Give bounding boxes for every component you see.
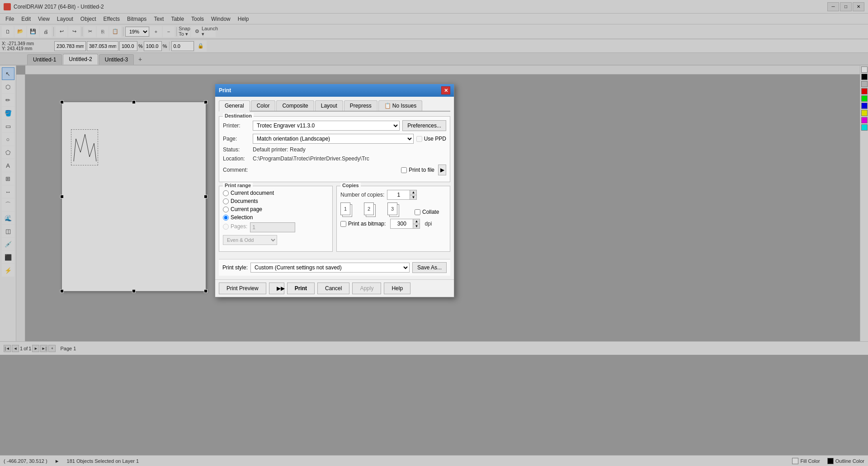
- dialog-title-bar: Print ✕: [215, 84, 454, 97]
- dpi-input-wrap: ▲ ▼: [390, 219, 420, 229]
- pages-radio[interactable]: [223, 224, 229, 230]
- status-value: Default printer: Ready: [253, 146, 306, 153]
- print-bitmap-checkbox[interactable]: [340, 221, 346, 227]
- copies-icon-display: 1 2 3 Collate: [340, 202, 446, 215]
- current-page-radio[interactable]: [223, 207, 229, 212]
- print-style-dropdown[interactable]: Custom (Current settings not saved): [250, 263, 410, 273]
- play-button[interactable]: ▶▶: [269, 282, 284, 294]
- dialog-close-button[interactable]: ✕: [441, 86, 450, 94]
- printer-label: Printer:: [223, 122, 250, 129]
- current-page-label: Current page: [231, 206, 262, 212]
- dpi-label: dpi: [425, 221, 432, 227]
- current-document-label: Current document: [231, 190, 274, 196]
- num-copies-input-wrap: ▲ ▼: [387, 190, 417, 200]
- use-ppd-row: Use PPD: [416, 136, 446, 142]
- destination-section: Destination Printer: Trotec Engraver v11…: [219, 116, 450, 182]
- copy-group-2: 2: [364, 202, 387, 215]
- print-dialog: Print ✕ General Color Composite Layout P…: [215, 84, 454, 297]
- page-label: Page:: [223, 136, 250, 142]
- destination-title: Destination: [223, 113, 254, 118]
- even-odd-dropdown[interactable]: Even & Odd: [223, 235, 277, 245]
- dpi-down-button[interactable]: ▼: [413, 224, 420, 229]
- dpi-up-button[interactable]: ▲: [413, 219, 420, 224]
- copies-up-button[interactable]: ▲: [410, 190, 417, 195]
- collate-checkbox[interactable]: [415, 209, 420, 215]
- print-to-file-expand-button[interactable]: ▶: [438, 165, 446, 175]
- selection-row: Selection: [223, 214, 329, 221]
- copy-page-front3: 3: [387, 202, 397, 215]
- even-odd-row: Even & Odd: [223, 235, 329, 245]
- documents-radio[interactable]: [223, 198, 229, 204]
- pages-radio-row: Pages:: [223, 223, 247, 230]
- num-copies-input[interactable]: [387, 190, 410, 200]
- collate-row: Collate: [415, 209, 439, 215]
- documents-label: Documents: [231, 198, 258, 204]
- location-label: Location:: [223, 155, 250, 162]
- tab-general[interactable]: General: [219, 100, 250, 112]
- tab-noissues[interactable]: 📋 No Issues: [378, 100, 422, 111]
- print-range-section: Print range Current document Documents C…: [219, 186, 333, 252]
- save-as-button[interactable]: Save As...: [412, 262, 447, 273]
- num-copies-label: Number of copies:: [340, 192, 384, 198]
- current-page-row: Current page: [223, 206, 329, 212]
- print-preview-button[interactable]: Print Preview: [219, 282, 266, 294]
- copy-group-3: 3: [387, 202, 410, 215]
- dpi-input[interactable]: [390, 219, 413, 229]
- range-copies-area: Print range Current document Documents C…: [219, 186, 450, 255]
- num-copies-row: Number of copies: ▲ ▼: [340, 190, 446, 200]
- print-to-file-label: Print to file: [409, 167, 434, 173]
- print-bitmap-chk: Print as bitmap:: [340, 221, 386, 227]
- print-style-label: Print style:: [222, 264, 248, 271]
- comment-row: Comment: Print to file ▶: [223, 165, 446, 175]
- tab-prepress[interactable]: Prepress: [344, 100, 377, 111]
- page-dropdown[interactable]: Match orientation (Landscape): [253, 134, 414, 144]
- pages-input[interactable]: [250, 222, 295, 232]
- dialog-body: General Color Composite Layout Prepress …: [215, 97, 454, 279]
- tab-composite[interactable]: Composite: [276, 100, 314, 111]
- apply-button[interactable]: Apply: [352, 282, 381, 294]
- noissues-icon: 📋: [384, 103, 391, 109]
- location-value: C:\ProgramData\Trotec\PrinterDriver.Spee…: [253, 155, 369, 162]
- status-label: Status:: [223, 146, 250, 153]
- collate-label: Collate: [422, 209, 439, 215]
- print-bitmap-label: Print as bitmap:: [348, 221, 386, 227]
- comment-label: Comment:: [223, 167, 250, 173]
- print-range-title: Print range: [223, 183, 253, 188]
- tab-color[interactable]: Color: [251, 100, 276, 111]
- dpi-spinner: ▲ ▼: [413, 219, 420, 229]
- current-document-row: Current document: [223, 190, 329, 196]
- selection-radio[interactable]: [223, 215, 229, 221]
- copy-page-front2: 2: [364, 202, 374, 215]
- copies-down-button[interactable]: ▼: [410, 195, 417, 200]
- use-ppd-checkbox[interactable]: [416, 136, 422, 142]
- current-document-radio[interactable]: [223, 190, 229, 196]
- num-copies-spinner: ▲ ▼: [410, 190, 417, 200]
- tab-layout[interactable]: Layout: [315, 100, 343, 111]
- dialog-footer: Print Preview ▶▶ Print Cancel Apply Help: [215, 279, 454, 297]
- copies-section: Copies Number of copies: ▲ ▼: [336, 186, 450, 252]
- print-button[interactable]: Print: [287, 282, 315, 294]
- pages-row: Pages:: [223, 222, 329, 232]
- printer-dropdown[interactable]: Trotec Engraver v11.3.0: [253, 121, 400, 131]
- cancel-button[interactable]: Cancel: [317, 282, 349, 294]
- selection-label: Selection: [231, 214, 253, 221]
- print-style-row: Print style: Custom (Current settings no…: [219, 259, 450, 276]
- copy-page-front: 1: [340, 202, 350, 215]
- copy-group-1: 1: [340, 202, 363, 215]
- print-bitmap-row: Print as bitmap: ▲ ▼ dpi: [340, 219, 446, 229]
- preferences-button[interactable]: Preferences...: [402, 120, 446, 131]
- page-row: Page: Match orientation (Landscape) Use …: [223, 134, 446, 144]
- dialog-tabs: General Color Composite Layout Prepress …: [219, 100, 450, 112]
- copies-title: Copies: [340, 183, 361, 188]
- status-row: Status: Default printer: Ready: [223, 146, 446, 153]
- print-to-file-row: Print to file: [401, 167, 434, 173]
- documents-row: Documents: [223, 198, 329, 204]
- print-to-file-checkbox[interactable]: [401, 167, 407, 173]
- dialog-title: Print: [219, 87, 231, 94]
- location-row: Location: C:\ProgramData\Trotec\PrinterD…: [223, 155, 446, 162]
- printer-row: Printer: Trotec Engraver v11.3.0 Prefere…: [223, 120, 446, 131]
- help-button[interactable]: Help: [384, 282, 410, 294]
- pages-label: Pages:: [231, 223, 247, 230]
- use-ppd-label: Use PPD: [424, 136, 446, 142]
